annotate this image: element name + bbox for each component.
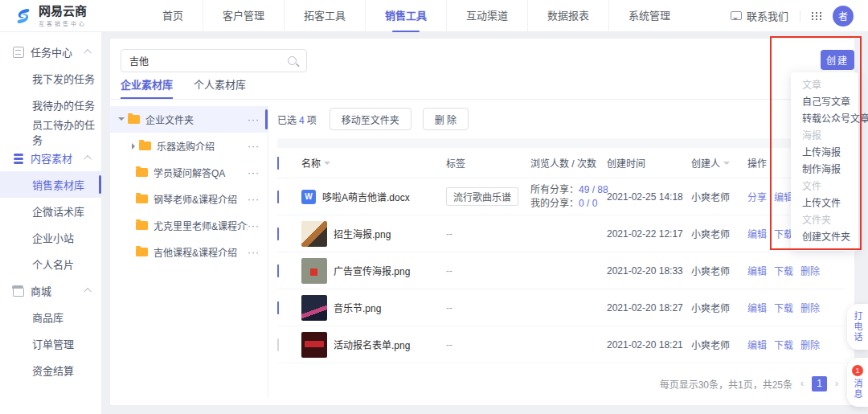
move-to-folder-button[interactable]: 移动至文件夹 [330, 108, 411, 130]
file-thumbnail [301, 332, 327, 358]
sidebar-item-tasks-issued[interactable]: 我下发的任务 [0, 65, 101, 92]
nav-item-reports[interactable]: 数据报表 [527, 0, 608, 32]
sidebar-item-sales-material[interactable]: 销售素材库 [0, 171, 101, 198]
edit-link[interactable]: 编辑 [747, 264, 767, 277]
sidebar-item-company-site[interactable]: 企业小站 [0, 224, 101, 251]
more-actions-icon[interactable]: ··· [248, 220, 260, 232]
tree-node-guitar[interactable]: 吉他课程&课程介绍 ··· [110, 239, 268, 265]
more-actions-icon[interactable]: ··· [248, 247, 260, 258]
library-tabs: 企业素材库 个人素材库 [110, 76, 854, 100]
creator: 小爽老师 [691, 227, 747, 240]
sidebar-item-tasks-todo[interactable]: 我待办的任务 [0, 92, 101, 118]
col-name: 名称 [301, 156, 321, 170]
more-actions-icon[interactable]: ··· [248, 141, 260, 152]
row-checkbox[interactable] [277, 227, 279, 240]
menu-item-repost-article[interactable]: 转载公众号文章 [791, 111, 858, 128]
menu-group-poster: 海报 [791, 128, 858, 145]
sidebar-item-products[interactable]: 商品库 [0, 304, 101, 330]
nav-item-channels[interactable]: 互动渠道 [446, 0, 527, 32]
menu-item-make-poster[interactable]: 制作海报 [791, 162, 858, 178]
row-checkbox[interactable] [277, 301, 279, 314]
table-row: 活动报名表单.png -- 2021-02-20 18:21 小爽老师 编辑 下… [277, 326, 845, 363]
divider [268, 106, 268, 397]
created-time: 2021-02-20 18:21 [607, 339, 691, 350]
row-checkbox[interactable] [277, 338, 279, 351]
edit-link[interactable]: 编辑 [747, 227, 767, 240]
sidebar-item-settlement[interactable]: 资金结算 [0, 357, 101, 383]
page-number[interactable]: 1 [812, 376, 827, 391]
nav-item-customers[interactable]: 客户管理 [203, 0, 284, 32]
more-actions-icon[interactable]: ··· [248, 194, 260, 205]
download-link[interactable]: 下载 [774, 301, 793, 314]
table-header: 名称 标签 浏览人数 / 次数 创建时间 创建人 操作 [277, 148, 845, 178]
menu-item-write-article[interactable]: 自己写文章 [791, 94, 858, 111]
more-actions-icon[interactable]: ··· [248, 167, 260, 178]
message-widget[interactable]: 1 消息 [847, 358, 868, 407]
select-all-checkbox[interactable] [277, 157, 279, 170]
creator: 小爽老师 [691, 190, 747, 203]
sidebar-item-tasks-staff[interactable]: 员工待办的任务 [0, 118, 101, 145]
caret-down-icon[interactable] [118, 117, 125, 124]
row-checkbox[interactable] [277, 191, 279, 203]
row-checkbox[interactable] [277, 264, 279, 277]
avatar[interactable]: 者 [833, 6, 854, 27]
next-page-icon[interactable]: › [835, 378, 838, 389]
edit-link[interactable]: 编辑 [747, 301, 767, 314]
create-button[interactable]: 创建 [821, 50, 854, 70]
tree-node-root[interactable]: 企业文件夹 ··· [110, 106, 268, 133]
file-thumbnail [301, 258, 327, 284]
share-link[interactable]: 分享 [747, 190, 767, 203]
folder-tree: 企业文件夹 ··· 乐器选购介绍 ··· 学员疑问解答QA ··· 钢琴老师&课… [110, 106, 268, 265]
prev-page-icon[interactable]: ‹ [800, 378, 804, 389]
menu-item-upload-file[interactable]: 上传文件 [791, 195, 858, 212]
divider [800, 10, 800, 22]
delete-link[interactable]: 删除 [800, 264, 820, 277]
table-row: 音乐节.png -- 2021-02-20 18:27 小爽老师 编辑 下载 删… [277, 289, 845, 326]
tree-node-piano[interactable]: 钢琴老师&课程介绍 ··· [110, 186, 268, 212]
folder-icon [136, 248, 148, 256]
contact-us-link[interactable]: 联系我们 [747, 8, 788, 23]
call-widget[interactable]: 打电话 [847, 304, 868, 350]
created-time: 2021-02-25 14:18 [607, 191, 691, 203]
apps-grid-icon[interactable] [812, 12, 821, 20]
tab-enterprise-library[interactable]: 企业素材库 [121, 76, 173, 99]
menu-item-create-folder[interactable]: 创建文件夹 [791, 229, 858, 246]
sidebar-item-wecom-scripts[interactable]: 企微话术库 [0, 198, 101, 224]
col-tag: 标签 [446, 156, 530, 170]
table-row: 招生海报.png -- 2021-02-22 12:17 小爽老师 编辑 下载 … [277, 215, 845, 252]
table-row: 广告宣传海报.png -- 2021-02-20 18:33 小爽老师 编辑 下… [277, 252, 845, 289]
filter-icon[interactable] [723, 162, 730, 168]
menu-item-upload-poster[interactable]: 上传海报 [791, 145, 858, 162]
sidebar-item-business-card[interactable]: 个人名片 [0, 251, 101, 277]
logo-title: 网易云商 [39, 5, 87, 18]
chevron-up-icon [84, 49, 92, 57]
nav-item-sales-tools[interactable]: 销售工具 [365, 0, 446, 32]
sidebar-section-content-material[interactable]: 内容素材 [0, 145, 101, 171]
tree-node-qa[interactable]: 学员疑问解答QA ··· [110, 159, 268, 186]
delete-button[interactable]: 删 除 [423, 108, 469, 130]
tab-personal-library[interactable]: 个人素材库 [194, 76, 246, 99]
search-input[interactable] [121, 55, 288, 67]
nav-item-home[interactable]: 首页 [143, 0, 203, 32]
download-link[interactable]: 下载 [774, 338, 793, 351]
caret-right-icon[interactable] [132, 143, 138, 150]
delete-link[interactable]: 删除 [800, 301, 820, 314]
filter-icon[interactable] [324, 162, 330, 168]
chevron-up-icon [84, 155, 92, 163]
search-box [121, 49, 307, 72]
page: 网易云商 互客销售中心 首页 客户管理 拓客工具 销售工具 互动渠道 数据报表 … [0, 0, 868, 414]
search-icon[interactable] [288, 56, 297, 65]
nav-item-system[interactable]: 系统管理 [608, 0, 690, 32]
nav-item-acquisition[interactable]: 拓客工具 [284, 0, 365, 32]
sidebar-item-orders[interactable]: 订单管理 [0, 330, 101, 357]
delete-link[interactable]: 删除 [800, 338, 820, 351]
side-floaters: 打电话 1 消息 [847, 304, 868, 407]
sidebar-section-task-center[interactable]: 任务中心 [0, 39, 101, 65]
pagination: 每页显示30条，共1页，共25条 ‹ 1 › [277, 363, 845, 404]
edit-link[interactable]: 编辑 [747, 338, 767, 351]
more-actions-icon[interactable]: ··· [248, 114, 260, 125]
download-link[interactable]: 下载 [774, 264, 793, 277]
sidebar-section-mall[interactable]: 商城 [0, 277, 101, 304]
tree-node-instruments[interactable]: 乐器选购介绍 ··· [110, 133, 268, 159]
tree-node-ukulele[interactable]: 尤克里里老师&课程介绍 ··· [110, 212, 268, 239]
